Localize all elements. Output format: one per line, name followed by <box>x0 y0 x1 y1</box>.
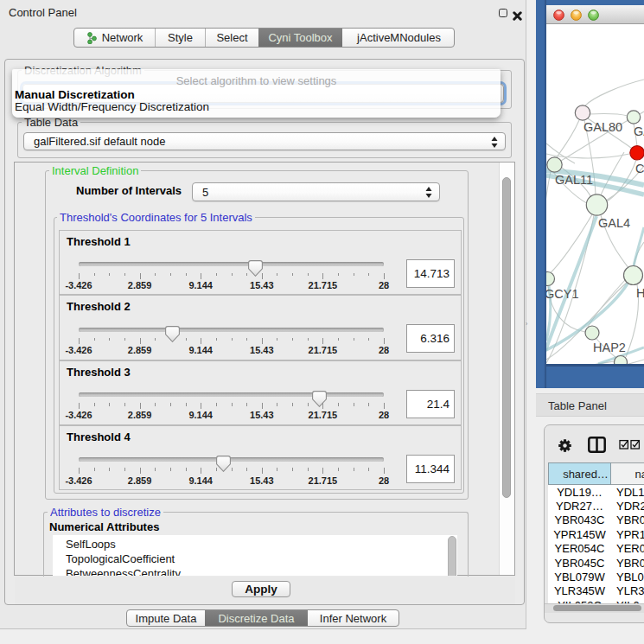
svg-text:HAP2: HAP2 <box>593 341 626 354</box>
svg-text:GAL11: GAL11 <box>555 173 593 187</box>
svg-text:GAL80: GAL80 <box>583 120 622 134</box>
svg-text:GAL4: GAL4 <box>598 216 630 230</box>
svg-text:GA: GA <box>634 124 644 138</box>
svg-text:GCY1: GCY1 <box>546 287 579 301</box>
svg-text:CY: CY <box>635 162 644 175</box>
svg-text:H: H <box>636 286 644 300</box>
